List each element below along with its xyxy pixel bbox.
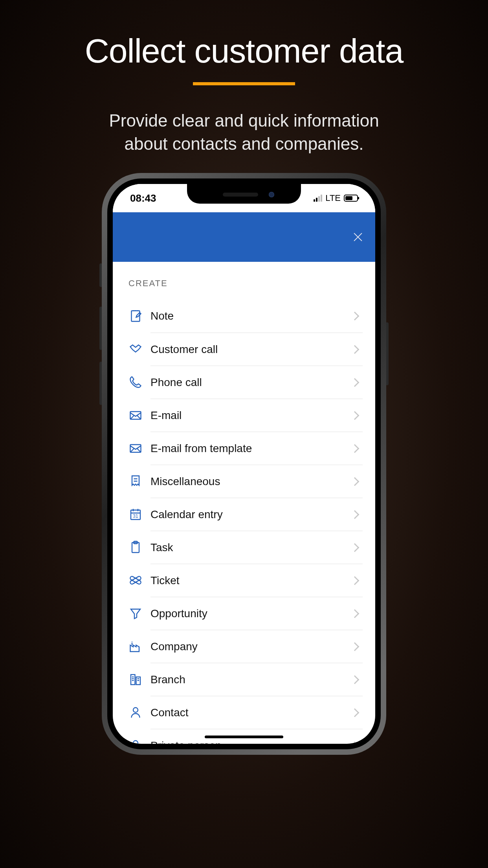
handshake-icon [128,342,150,356]
status-time: 08:43 [130,192,156,204]
promo-title: Collect customer data [0,31,488,70]
menu-item-label: Calendar entry [150,508,223,521]
menu-item-label: Task [150,541,173,554]
receipt-icon [128,474,150,488]
building-icon [128,672,150,686]
note-icon [128,309,150,323]
menu-item-label: Miscellaneous [150,475,220,488]
chevron-right-icon [350,675,360,684]
chevron-right-icon [350,378,360,387]
home-indicator[interactable] [205,736,283,738]
promo-underline [193,82,295,85]
promo-subtitle-line1: Provide clear and quick information [109,111,379,130]
menu-item-label: Ticket [150,574,180,587]
chevron-right-icon [350,576,360,585]
phone-icon [128,375,150,389]
chevron-right-icon [350,543,360,552]
menu-item-label: Phone call [150,376,202,389]
menu-item-label: Opportunity [150,607,207,620]
menu-item-label: E-mail from template [150,442,252,455]
menu-item-label: E-mail [150,409,182,422]
chevron-right-icon [350,708,360,717]
promo-subtitle-line2: about contacts and companies. [124,134,363,153]
chevron-right-icon [350,642,360,651]
chevron-right-icon [350,345,360,354]
promo-subtitle: Provide clear and quick information abou… [0,109,488,156]
menu-item-task[interactable]: Task [125,531,363,564]
chevron-right-icon [350,444,360,453]
menu-item-note[interactable]: Note [125,300,363,333]
menu-item-contact[interactable]: Contact [125,696,363,729]
menu-item-label: Contact [150,706,189,719]
factory-icon [128,639,150,653]
chevron-right-icon [350,411,360,420]
bandage-icon [128,573,150,587]
section-header-create: CREATE [128,278,363,289]
menu-item-opportunity[interactable]: Opportunity [125,597,363,630]
menu-item-customer-call[interactable]: Customer call [125,333,363,366]
person-icon [128,705,150,719]
phone-notch [187,184,301,204]
menu-item-label: Customer call [150,343,218,356]
chevron-right-icon [350,510,360,519]
mail-icon [128,408,150,422]
chevron-right-icon [350,312,360,321]
network-label: LTE [325,193,341,203]
menu-item-branch[interactable]: Branch [125,663,363,696]
create-menu-list: NoteCustomer callPhone callE-mailE-mail … [125,300,363,744]
menu-item-miscellaneous[interactable]: Miscellaneous [125,465,363,498]
battery-icon [344,195,358,202]
menu-item-label: Branch [150,673,185,686]
menu-item-e-mail[interactable]: E-mail [125,399,363,432]
close-icon[interactable] [352,231,364,243]
menu-item-company[interactable]: Company [125,630,363,663]
menu-item-phone-call[interactable]: Phone call [125,366,363,399]
menu-item-e-mail-from-template[interactable]: E-mail from template [125,432,363,465]
phone-mockup: 08:43 LTE CREATE NoteCustomer callPhone … [102,173,386,755]
mail-icon [128,441,150,455]
menu-item-label: Company [150,640,198,653]
signal-icon [314,195,322,202]
menu-item-ticket[interactable]: Ticket [125,564,363,597]
clipboard-icon [128,540,150,554]
chevron-right-icon [350,477,360,486]
menu-item-calendar-entry[interactable]: Calendar entry [125,498,363,531]
menu-item-label: Note [150,310,174,322]
funnel-icon [128,606,150,620]
chevron-right-icon [350,609,360,618]
calendar-icon [128,507,150,521]
menu-item-label: Private person [150,739,222,744]
app-header [113,212,375,262]
